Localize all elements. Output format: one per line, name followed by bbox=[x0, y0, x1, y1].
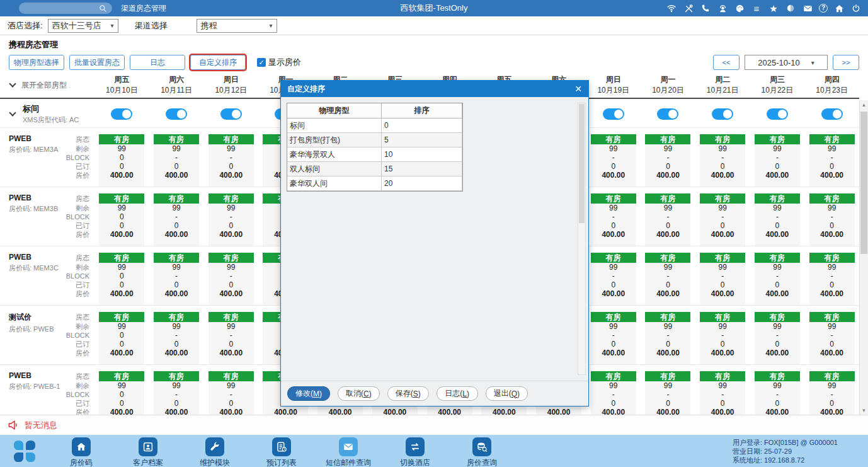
clock-icon[interactable] bbox=[785, 3, 796, 14]
room-status-cell[interactable]: 有房9900400.00 bbox=[99, 134, 144, 187]
mail-icon[interactable] bbox=[802, 3, 813, 14]
order-cell[interactable]: 5 bbox=[382, 133, 462, 147]
room-status-cell[interactable]: 有房99-0400.00 bbox=[809, 134, 855, 187]
modal-log-button[interactable]: 日志(L) bbox=[437, 386, 478, 401]
sort-table-row[interactable]: 豪华双人间20 bbox=[287, 176, 462, 191]
home-icon[interactable] bbox=[833, 3, 845, 14]
modal-exit-button[interactable]: 退出(Q) bbox=[486, 386, 528, 401]
room-status-cell[interactable]: 有房99-0400.00 bbox=[208, 193, 254, 246]
room-status-cell[interactable]: 有房99-0400.00 bbox=[591, 193, 636, 246]
tools-icon[interactable] bbox=[683, 3, 694, 14]
room-status-cell[interactable]: 有房99-0400.00 bbox=[154, 371, 199, 415]
room-status-cell[interactable]: 有房9900400.00 bbox=[99, 193, 144, 246]
room-type-toggle[interactable] bbox=[712, 108, 733, 120]
room-type-toggle[interactable] bbox=[821, 108, 843, 120]
show-price-checkbox[interactable]: ✓ 显示房价 bbox=[257, 57, 301, 68]
dialog-scrollbar[interactable] bbox=[578, 103, 586, 375]
scrollbar-thumb[interactable] bbox=[860, 112, 867, 254]
wifi-icon[interactable] bbox=[666, 3, 677, 14]
support-icon[interactable] bbox=[717, 3, 728, 14]
order-cell[interactable]: 15 bbox=[382, 162, 462, 176]
room-status-cell[interactable]: 有房99-0400.00 bbox=[208, 371, 254, 415]
sort-table-row[interactable]: 打包房型(打包)5 bbox=[287, 133, 462, 147]
room-status-cell[interactable]: 有房99-0400.00 bbox=[645, 312, 690, 364]
room-status-cell[interactable]: 有房99-0400.00 bbox=[591, 253, 636, 305]
sort-table-row[interactable]: 豪华海景双人10 bbox=[287, 147, 462, 162]
order-cell[interactable]: 20 bbox=[382, 176, 462, 191]
menu-icon[interactable]: ≡ bbox=[751, 3, 762, 14]
room-status-cell[interactable]: 有房99-0400.00 bbox=[591, 371, 636, 415]
scroll-up-icon[interactable]: ▲ bbox=[860, 100, 868, 109]
room-status-cell[interactable]: 有房99-0400.00 bbox=[755, 134, 800, 187]
dialog-titlebar[interactable]: 自定义排序 ✕ bbox=[281, 81, 588, 97]
room-type-toggle[interactable] bbox=[657, 108, 678, 120]
room-status-cell[interactable]: 有房9900400.00 bbox=[99, 253, 144, 305]
room-status-cell[interactable]: 有房99-0400.00 bbox=[755, 371, 800, 415]
room-status-cell[interactable]: 有房99-0400.00 bbox=[809, 371, 855, 415]
room-status-cell[interactable]: 有房9900400.00 bbox=[99, 312, 144, 364]
dock-item-price-query[interactable]: 房价查询 bbox=[456, 437, 508, 467]
order-cell[interactable]: 0 bbox=[382, 118, 462, 133]
room-status-cell[interactable]: 有房99-0400.00 bbox=[700, 312, 745, 364]
room-type-cell[interactable]: 双人标间 bbox=[287, 162, 382, 176]
phone-icon[interactable] bbox=[700, 3, 711, 14]
room-status-cell[interactable]: 有房99-0400.00 bbox=[591, 134, 636, 187]
close-icon[interactable]: ✕ bbox=[574, 84, 582, 94]
room-type-cell[interactable]: 豪华双人间 bbox=[287, 176, 382, 191]
room-status-cell[interactable]: 有房99-0400.00 bbox=[591, 312, 636, 364]
prev-date-button[interactable]: << bbox=[713, 55, 740, 70]
room-status-cell[interactable]: 有房99-0400.00 bbox=[700, 253, 745, 305]
hotel-select[interactable]: 西软十三号店 ▾ bbox=[48, 19, 118, 33]
scroll-down-icon[interactable]: ▼ bbox=[860, 406, 868, 415]
log-button[interactable]: 日志 bbox=[130, 55, 185, 70]
room-status-cell[interactable]: 有房99-0400.00 bbox=[755, 253, 800, 305]
room-type-toggle[interactable] bbox=[166, 108, 187, 120]
help-icon[interactable]: ? bbox=[819, 4, 828, 13]
channel-select[interactable]: 携程 ▾ bbox=[197, 19, 277, 33]
room-type-cell[interactable]: 打包房型(打包) bbox=[287, 133, 382, 147]
dock-item-room-price-code[interactable]: 房价码 bbox=[55, 437, 107, 467]
room-status-cell[interactable]: 有房99-0400.00 bbox=[809, 193, 855, 246]
room-status-cell[interactable]: 有房99-0400.00 bbox=[755, 312, 800, 364]
dock-item-customer-files[interactable]: 客户档案 bbox=[122, 437, 174, 467]
room-status-cell[interactable]: 有房99-0400.00 bbox=[645, 134, 690, 187]
next-date-button[interactable]: >> bbox=[833, 55, 859, 70]
room-status-cell[interactable]: 有房99-0400.00 bbox=[645, 371, 690, 415]
room-type-toggle[interactable] bbox=[603, 108, 624, 120]
room-status-cell[interactable]: 有房99-0400.00 bbox=[154, 134, 199, 187]
room-type-toggle[interactable] bbox=[111, 108, 132, 120]
room-status-cell[interactable]: 有房99-0400.00 bbox=[154, 312, 199, 364]
modal-cancel-button[interactable]: 取消(C) bbox=[338, 386, 380, 401]
vertical-scrollbar[interactable]: ▲ ▼ bbox=[859, 100, 868, 415]
room-status-cell[interactable]: 有房99-0400.00 bbox=[208, 312, 254, 364]
room-type-toggle[interactable] bbox=[220, 108, 242, 120]
tab-channel-room-status[interactable]: 渠道房态管理 bbox=[121, 0, 166, 16]
modal-save-button[interactable]: 保存(S) bbox=[387, 386, 429, 401]
room-status-cell[interactable]: 有房99-0400.00 bbox=[700, 371, 745, 415]
room-status-cell[interactable]: 有房99-0400.00 bbox=[809, 253, 855, 305]
search-input[interactable] bbox=[19, 3, 112, 14]
room-status-cell[interactable]: 有房99-0400.00 bbox=[809, 312, 855, 364]
modal-modify-button[interactable]: 修改(M) bbox=[287, 386, 330, 401]
room-status-cell[interactable]: 有房99-0400.00 bbox=[700, 134, 745, 187]
room-status-cell[interactable]: 有房99-0400.00 bbox=[208, 134, 254, 187]
room-status-cell[interactable]: 有房99-0400.00 bbox=[755, 193, 800, 246]
room-status-cell[interactable]: 有房9900400.00 bbox=[99, 371, 144, 415]
dialog-scrollbar-thumb[interactable] bbox=[579, 104, 585, 223]
palette-icon[interactable] bbox=[734, 3, 745, 14]
batch-set-status-button[interactable]: 批量设置房态 bbox=[69, 55, 125, 70]
power-icon[interactable] bbox=[850, 3, 862, 14]
date-select[interactable]: 2025-10-10 ▾ bbox=[745, 55, 828, 70]
room-status-cell[interactable]: 有房99-0400.00 bbox=[700, 193, 745, 246]
room-type-cell[interactable]: 豪华海景双人 bbox=[287, 147, 382, 162]
physical-room-select-button[interactable]: 物理房型选择 bbox=[9, 55, 64, 70]
room-type-toggle[interactable] bbox=[767, 108, 788, 120]
room-status-cell[interactable]: 有房99-0400.00 bbox=[645, 253, 690, 305]
sort-table-row[interactable]: 双人标间15 bbox=[287, 162, 462, 176]
room-status-cell[interactable]: 有房99-0400.00 bbox=[645, 193, 690, 246]
room-status-cell[interactable]: 有房99-0400.00 bbox=[208, 253, 254, 305]
custom-sort-button[interactable]: 自定义排序 bbox=[190, 55, 246, 70]
dock-item-switch-hotel[interactable]: 切换酒店 bbox=[389, 437, 441, 467]
room-type-cell[interactable]: 标间 bbox=[287, 118, 382, 133]
expand-all-room-types[interactable]: 展开全部房型 bbox=[0, 72, 94, 98]
